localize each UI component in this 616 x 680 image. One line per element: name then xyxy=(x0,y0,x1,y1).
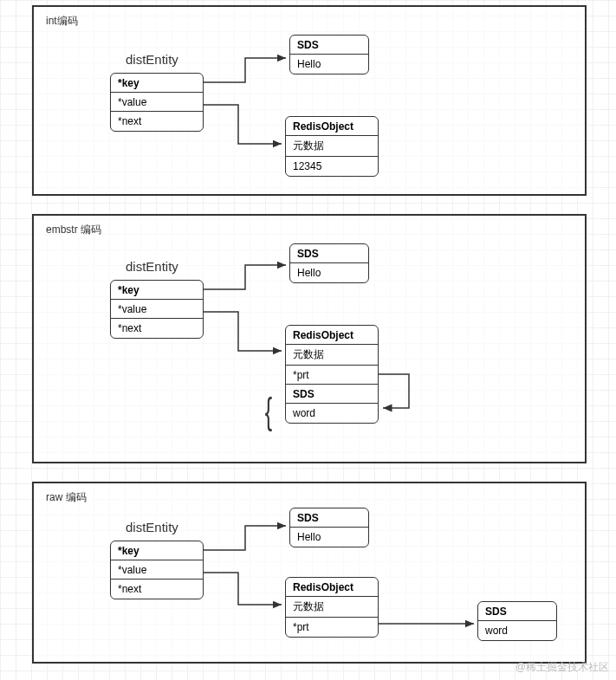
brace-icon: { xyxy=(265,393,272,430)
distentity-key-3: *key xyxy=(111,541,203,560)
distentity-box-3: *key *value *next xyxy=(110,541,204,599)
redisobject-box-2: RedisObject 元数据 *prt SDS word xyxy=(285,325,379,424)
arrow-prt-sds-3 xyxy=(379,620,478,629)
panel-embstr-label: embstr 编码 xyxy=(46,223,101,237)
arrow-prt-sds-2 xyxy=(379,372,422,415)
distentity-title-2: distEntity xyxy=(126,259,178,274)
distentity-key-1: *key xyxy=(111,74,203,93)
distentity-value-1: *value xyxy=(111,93,203,112)
arrow-value-redis-3 xyxy=(204,570,286,613)
panel-embstr: embstr 编码 distEntity *key *value *next S… xyxy=(32,214,587,463)
sds-hello-2: Hello xyxy=(290,263,368,282)
sds-word-box-3: SDS word xyxy=(477,601,557,641)
sds-word-3: word xyxy=(478,621,556,640)
sds-hello-box-1: SDS Hello xyxy=(289,35,369,74)
panel-raw: raw 编码 distEntity *key *value *next SDS … xyxy=(32,482,587,664)
arrow-key-sds-2 xyxy=(204,261,290,295)
sds-header-3: SDS xyxy=(290,508,368,528)
redisobject-meta-1: 元数据 xyxy=(286,136,378,157)
panel-raw-label: raw 编码 xyxy=(46,490,87,505)
arrow-key-sds-1 xyxy=(204,54,290,88)
sds-header-2b: SDS xyxy=(286,385,378,404)
sds-header-1: SDS xyxy=(290,36,368,55)
redisobject-header-3: RedisObject xyxy=(286,578,378,597)
distentity-next-1: *next xyxy=(111,112,203,131)
distentity-value-2: *value xyxy=(111,300,203,319)
sds-hello-1: Hello xyxy=(290,55,368,74)
arrow-value-redis-1 xyxy=(204,102,286,150)
watermark: @稀土掘金技术社区 xyxy=(515,660,609,675)
sds-hello-3: Hello xyxy=(290,528,368,547)
panel-int-label: int编码 xyxy=(46,14,78,29)
arrow-value-redis-2 xyxy=(204,309,286,357)
distentity-title-3: distEntity xyxy=(126,520,178,534)
redisobject-intval-1: 12345 xyxy=(286,157,378,176)
sds-header-2: SDS xyxy=(290,244,368,263)
redisobject-box-3: RedisObject 元数据 *prt xyxy=(285,577,379,638)
distentity-next-2: *next xyxy=(111,319,203,338)
arrow-key-sds-3 xyxy=(204,521,290,556)
redisobject-meta-2: 元数据 xyxy=(286,345,378,366)
distentity-next-3: *next xyxy=(111,580,203,599)
sds-word-2: word xyxy=(286,404,378,423)
redisobject-prt-3: *prt xyxy=(286,618,378,637)
sds-hello-box-2: SDS Hello xyxy=(289,243,369,283)
sds-header-3b: SDS xyxy=(478,602,556,621)
distentity-key-2: *key xyxy=(111,281,203,300)
distentity-box-2: *key *value *next xyxy=(110,280,204,339)
distentity-title-1: distEntity xyxy=(126,52,178,67)
sds-hello-box-3: SDS Hello xyxy=(289,508,369,547)
redisobject-header-1: RedisObject xyxy=(286,117,378,136)
panel-int: int编码 distEntity *key *value *next SDS H… xyxy=(32,5,587,196)
distentity-box-1: *key *value *next xyxy=(110,73,204,132)
distentity-value-3: *value xyxy=(111,560,203,580)
redisobject-prt-2: *prt xyxy=(286,366,378,385)
redisobject-box-1: RedisObject 元数据 12345 xyxy=(285,116,379,177)
redisobject-header-2: RedisObject xyxy=(286,326,378,345)
redisobject-meta-3: 元数据 xyxy=(286,597,378,618)
